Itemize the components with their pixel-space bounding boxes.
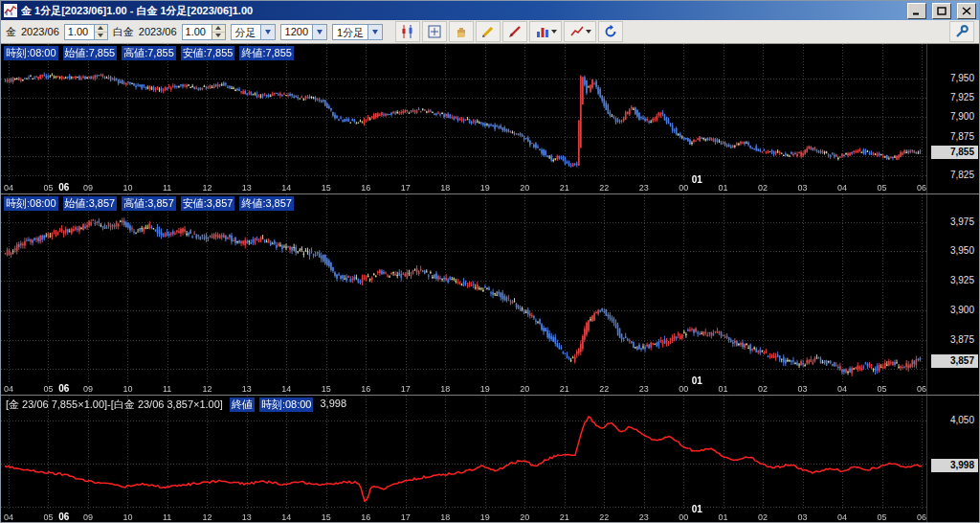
x-axis-hour-label: 06 [917, 384, 926, 394]
bar-type-value: 分足 [232, 25, 260, 39]
chart-style-button[interactable] [564, 21, 596, 42]
indicator-button[interactable] [529, 21, 562, 42]
info-token: 時刻:08:00 [4, 46, 58, 60]
y-axis-price-label: 7,900 [950, 111, 974, 122]
minimize-button[interactable] [907, 3, 926, 19]
date-label: 01 [692, 174, 702, 185]
time-axis: 0405091011121314151617181920212223000102… [1, 381, 929, 395]
x-axis-hour-label: 19 [480, 183, 490, 193]
info-token: 時刻:08:00 [259, 398, 314, 412]
bar-chart-icon [535, 24, 550, 39]
x-axis-hour-label: 04 [4, 512, 13, 522]
panel-platinum: 時刻:08:00始値:3,857高値:3,857安値:3,857終値:3,857… [1, 193, 979, 395]
price-axis: 3,9753,9503,9253,9003,8753,857 [926, 194, 979, 395]
maximize-button[interactable] [932, 3, 951, 19]
info-token: 始値:7,855 [63, 46, 118, 60]
chevron-down-icon [586, 30, 591, 34]
draw-line-button[interactable] [476, 21, 501, 42]
spinner-down-icon[interactable] [98, 34, 103, 37]
platinum-candlestick-plot[interactable] [1, 194, 929, 395]
gold-ratio-value[interactable]: 1.00 [65, 25, 94, 39]
x-axis-hour-label: 03 [798, 512, 808, 522]
x-axis-hour-label: 22 [599, 384, 609, 394]
x-axis-hour-label: 14 [281, 512, 291, 522]
info-token: 3,998 [318, 398, 348, 412]
x-axis-hour-label: 10 [122, 512, 132, 522]
y-axis-price-label: 3,900 [950, 305, 974, 315]
x-axis-hour-label: 22 [599, 512, 609, 522]
chevron-down-icon[interactable] [368, 25, 382, 39]
timeframe-value: 1分足 [333, 25, 368, 39]
close-button[interactable] [957, 3, 976, 19]
x-axis-hour-label: 02 [758, 183, 768, 193]
spinner-arrows[interactable] [94, 25, 107, 39]
x-axis-hour-label: 00 [679, 512, 688, 522]
date-label: 06 [58, 512, 69, 522]
x-axis-hour-label: 17 [401, 384, 411, 394]
brush-button[interactable] [502, 21, 527, 42]
panel-gold: 時刻:08:00始値:7,855高値:7,855安値:7,855終値:7,855… [1, 44, 979, 193]
x-axis-hour-label: 18 [440, 512, 450, 522]
x-axis-hour-label: 11 [163, 183, 171, 193]
panel-spread: [金 23/06 7,855×1.00]-[白金 23/06 3,857×1.0… [1, 395, 979, 523]
y-axis-price-label: 3,925 [950, 275, 974, 285]
x-axis-hour-label: 13 [242, 512, 252, 522]
toolbar-buttons [395, 21, 623, 42]
gold-candlestick-plot[interactable] [1, 44, 929, 193]
bar-count-select[interactable]: 1200 [280, 24, 327, 40]
x-axis-hour-label: 15 [322, 512, 331, 522]
x-axis-hour-label: 02 [758, 384, 768, 394]
spinner-arrows[interactable] [212, 25, 225, 39]
x-axis-hour-label: 15 [322, 183, 331, 193]
x-axis-hour-label: 20 [520, 183, 529, 193]
line-chart-icon [569, 24, 585, 39]
x-axis-hour-label: 02 [758, 512, 768, 522]
x-axis-hour-label: 04 [837, 384, 847, 394]
info-token: 高値:3,857 [122, 196, 176, 211]
info-token: 時刻:08:00 [4, 196, 58, 211]
timeframe-select[interactable]: 1分足 [332, 24, 383, 40]
x-axis-hour-label: 00 [679, 384, 688, 394]
gold-label: 金 [6, 25, 16, 39]
x-axis-hour-label: 04 [4, 183, 13, 193]
x-axis-hour-label: 04 [837, 183, 847, 193]
x-axis-hour-label: 22 [599, 183, 609, 193]
x-axis-hour-label: 23 [639, 512, 649, 522]
spinner-up-icon[interactable] [215, 26, 221, 30]
y-axis-price-label: 7,925 [950, 92, 974, 102]
x-axis-hour-label: 01 [719, 384, 728, 394]
bar-count-value: 1200 [281, 25, 312, 39]
pan-mode-button[interactable] [449, 21, 474, 42]
refresh-button[interactable] [598, 21, 623, 42]
bar-type-select[interactable]: 分足 [231, 24, 276, 40]
x-axis-hour-label: 05 [878, 183, 887, 193]
spinner-down-icon[interactable] [215, 34, 221, 37]
chevron-down-icon[interactable] [312, 25, 326, 39]
settings-button[interactable] [949, 21, 974, 42]
gold-ratio-spinner[interactable]: 1.00 [64, 24, 108, 40]
date-label: 01 [692, 504, 702, 514]
x-axis-hour-label: 12 [202, 384, 212, 394]
info-token: 安値:3,857 [181, 196, 235, 211]
info-bar: 時刻:08:00始値:3,857高値:3,857安値:3,857終値:3,857 [4, 196, 294, 211]
info-bar: [金 23/06 7,855×1.00]-[白金 23/06 3,857×1.0… [4, 398, 348, 412]
x-axis-hour-label: 05 [43, 512, 53, 522]
info-token: 高値:7,855 [122, 46, 176, 60]
hand-icon [454, 24, 469, 39]
x-axis-hour-label: 03 [798, 183, 808, 193]
platinum-ratio-spinner[interactable]: 1.00 [182, 24, 226, 40]
x-axis-hour-label: 03 [798, 384, 808, 394]
crosshair-icon [427, 24, 442, 39]
chart-display-button[interactable] [395, 21, 420, 42]
chevron-down-icon[interactable] [260, 25, 275, 39]
app-window: 金 1分足[2023/06]1.00 - 白金 1分足[2023/06]1.00… [0, 0, 980, 523]
x-axis-hour-label: 14 [281, 183, 291, 193]
x-axis-hour-label: 05 [43, 384, 53, 394]
time-axis: 0405091011121314151617181920212223000102… [1, 180, 929, 193]
spread-plot[interactable] [1, 396, 929, 523]
platinum-ratio-value[interactable]: 1.00 [183, 25, 212, 39]
x-axis-hour-label: 17 [401, 183, 411, 193]
x-axis-hour-label: 09 [83, 183, 93, 193]
spinner-up-icon[interactable] [98, 26, 103, 30]
select-mode-button[interactable] [422, 21, 447, 42]
